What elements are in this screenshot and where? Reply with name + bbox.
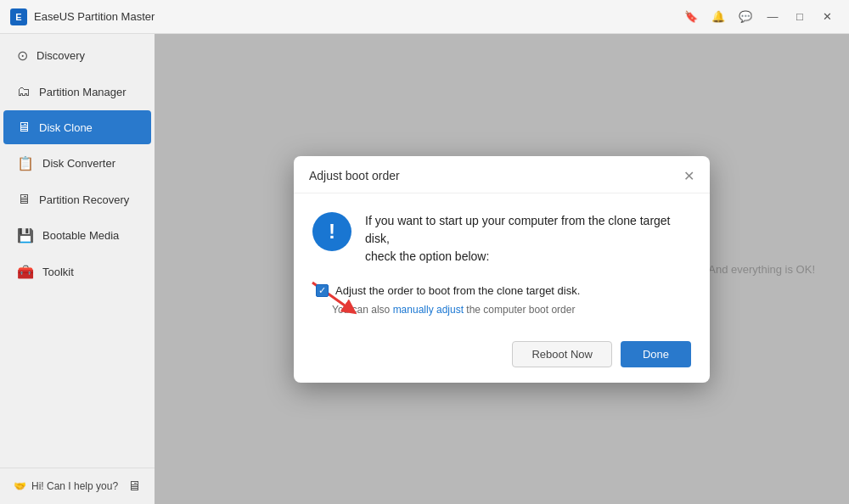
app-title: EaseUS Partition Master bbox=[34, 10, 155, 23]
sidebar-item-label: Disk Clone bbox=[39, 121, 93, 134]
app-logo: E bbox=[10, 8, 27, 25]
checkbox-row[interactable]: Adjust the order to boot from the clone … bbox=[316, 284, 691, 297]
partition-manager-icon: 🗂 bbox=[17, 84, 31, 99]
disk-clone-icon: 🖥 bbox=[17, 120, 31, 135]
boot-order-checkbox[interactable] bbox=[316, 284, 329, 297]
sidebar-item-label: Partition Manager bbox=[39, 86, 127, 98]
sidebar-item-label: Toolkit bbox=[42, 266, 74, 278]
checkbox-section: Adjust the order to boot from the clone … bbox=[312, 284, 691, 316]
sidebar-item-toolkit[interactable]: 🧰 Toolkit bbox=[3, 255, 151, 289]
modal-close-button[interactable]: ✕ bbox=[683, 168, 694, 184]
modal-info-row: ! If you want to start up your computer … bbox=[312, 212, 691, 266]
sidebar-item-discovery[interactable]: ⊙ Discovery bbox=[3, 38, 151, 73]
info-icon: ! bbox=[312, 212, 351, 251]
info-text: If you want to start up your computer fr… bbox=[365, 212, 691, 266]
title-bar: E EaseUS Partition Master 🔖 🔔 💬 — □ ✕ bbox=[0, 0, 849, 34]
done-button[interactable]: Done bbox=[621, 341, 691, 367]
modal-title: Adjust boot order bbox=[309, 169, 400, 182]
chat-icon-button[interactable]: 🖥 bbox=[127, 479, 141, 494]
notification-button[interactable]: 🔔 bbox=[706, 8, 730, 26]
title-bar-controls: 🔖 🔔 💬 — □ ✕ bbox=[679, 8, 839, 26]
sidebar-item-label: Disk Converter bbox=[42, 157, 115, 170]
modal-header: Adjust boot order ✕ bbox=[294, 156, 710, 193]
sidebar-item-bootable-media[interactable]: 💾 Bootable Media bbox=[3, 218, 151, 253]
sidebar-item-label: Bootable Media bbox=[42, 229, 119, 242]
sidebar-item-label: Discovery bbox=[37, 49, 85, 62]
toolkit-icon: 🧰 bbox=[17, 264, 34, 280]
discovery-icon: ⊙ bbox=[17, 48, 28, 64]
modal-body: ! If you want to start up your computer … bbox=[294, 193, 710, 329]
partition-recovery-icon: 🖥 bbox=[17, 192, 31, 207]
checkbox-label: Adjust the order to boot from the clone … bbox=[335, 284, 580, 297]
main-layout: ⊙ Discovery 🗂 Partition Manager 🖥 Disk C… bbox=[0, 34, 849, 504]
chat-help: 🤝 Hi! Can I help you? bbox=[14, 480, 118, 492]
content-area: from Disk 3. And everything is OK! Adjus… bbox=[155, 34, 849, 504]
manually-adjust-link[interactable]: manually adjust bbox=[393, 304, 464, 316]
feedback-button[interactable]: 💬 bbox=[734, 8, 757, 26]
sidebar-item-disk-clone[interactable]: 🖥 Disk Clone bbox=[3, 110, 151, 144]
adjust-boot-order-dialog: Adjust boot order ✕ ! If you want to sta… bbox=[294, 156, 710, 383]
bootable-media-icon: 💾 bbox=[17, 227, 34, 244]
sub-text: You can also manually adjust the compute… bbox=[332, 304, 691, 316]
sidebar-bottom: 🤝 Hi! Can I help you? 🖥 bbox=[0, 468, 155, 504]
close-button[interactable]: ✕ bbox=[815, 8, 839, 26]
minimize-button[interactable]: — bbox=[761, 8, 784, 26]
sidebar-item-partition-recovery[interactable]: 🖥 Partition Recovery bbox=[3, 182, 151, 216]
chat-label: Hi! Can I help you? bbox=[31, 480, 118, 492]
modal-overlay: Adjust boot order ✕ ! If you want to sta… bbox=[155, 34, 849, 504]
title-bar-left: E EaseUS Partition Master bbox=[10, 8, 155, 25]
sidebar: ⊙ Discovery 🗂 Partition Manager 🖥 Disk C… bbox=[0, 34, 155, 504]
maximize-button[interactable]: □ bbox=[788, 8, 812, 26]
modal-footer: Reboot Now Done bbox=[294, 329, 710, 383]
chat-emoji: 🤝 bbox=[14, 480, 26, 492]
disk-converter-icon: 📋 bbox=[17, 155, 34, 171]
bookmark-button[interactable]: 🔖 bbox=[679, 8, 703, 26]
sidebar-item-disk-converter[interactable]: 📋 Disk Converter bbox=[3, 146, 151, 181]
sidebar-item-partition-manager[interactable]: 🗂 Partition Manager bbox=[3, 75, 151, 109]
reboot-now-button[interactable]: Reboot Now bbox=[512, 341, 612, 367]
sidebar-item-label: Partition Recovery bbox=[39, 193, 129, 206]
